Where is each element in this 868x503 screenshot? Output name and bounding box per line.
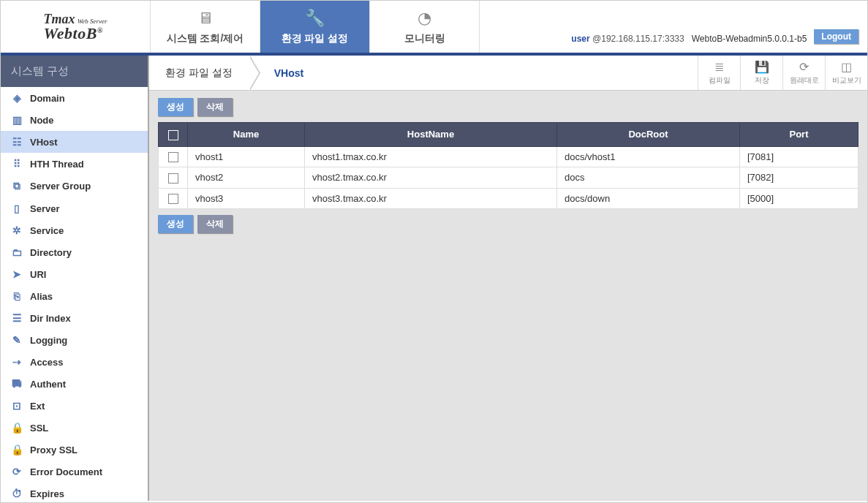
breadcrumb-bar: 환경 파일 설정 VHost ≣ 컴파일 💾 저장 ⟳ 원래대로 ◫ 비교보기 xyxy=(149,56,867,91)
sidebar-item-vhost[interactable]: ☷VHost xyxy=(1,131,148,153)
sidebar-item-server[interactable]: ▯Server xyxy=(1,197,148,219)
server-icon: ▯ xyxy=(11,203,23,214)
service-icon: ✲ xyxy=(11,224,23,236)
sidebar-item-authent[interactable]: ⛟Authent xyxy=(1,373,148,395)
pie-chart-icon: ◔ xyxy=(418,9,431,28)
col-name: Name xyxy=(188,123,305,147)
sidebar-item-label: Node xyxy=(30,115,54,126)
sidebar-item-label: Service xyxy=(30,225,64,236)
logout-button[interactable]: Logout xyxy=(814,29,858,44)
sidebar-item-domain[interactable]: ◈Domain xyxy=(1,87,148,109)
cell-name: vhost3 xyxy=(188,188,305,209)
sidebar-item-error-document[interactable]: ⟳Error Document xyxy=(1,461,148,483)
delete-button-bottom[interactable]: 삭제 xyxy=(197,215,233,233)
domain-icon: ◈ xyxy=(11,92,23,104)
sidebar-item-label: Dir Index xyxy=(30,313,71,324)
button-row-top: 생성 삭제 xyxy=(158,98,858,116)
proxy-ssl-icon: 🔒 xyxy=(11,444,23,455)
create-button-bottom[interactable]: 생성 xyxy=(158,215,193,233)
sidebar-item-node[interactable]: ▥Node xyxy=(1,109,148,131)
layers-icon: ≣ xyxy=(714,60,724,74)
sidebar-item-label: VHost xyxy=(30,137,58,148)
sidebar-item-label: SSL xyxy=(30,423,48,434)
ssl-icon: 🔒 xyxy=(11,422,23,434)
row-checkbox[interactable] xyxy=(159,146,188,167)
action-compile[interactable]: ≣ 컴파일 xyxy=(698,56,740,90)
row-checkbox[interactable] xyxy=(159,167,188,189)
header-user-area: user @192.168.115.17:3333 WebtoB-Webadmi… xyxy=(480,1,867,53)
cell-docroot: docs/down xyxy=(557,188,740,209)
col-hostname: HostName xyxy=(305,123,557,147)
sidebar-item-uri[interactable]: ➤URI xyxy=(1,263,148,285)
checkbox-icon[interactable] xyxy=(168,173,178,184)
sidebar-title: 시스템 구성 xyxy=(1,56,148,87)
sidebar-item-ext[interactable]: ⊡Ext xyxy=(1,395,148,417)
create-button-top[interactable]: 생성 xyxy=(158,98,193,116)
vhost-icon: ☷ xyxy=(11,136,23,148)
table-row[interactable]: vhost3vhost3.tmax.co.krdocs/down[5000] xyxy=(159,188,858,209)
cell-hostname: vhost3.tmax.co.kr xyxy=(305,188,557,209)
sidebar-item-label: Error Document xyxy=(30,466,102,477)
sidebar-item-label: URI xyxy=(30,269,46,280)
row-checkbox[interactable] xyxy=(159,188,188,209)
vhost-table: Name HostName DocRoot Port vhost1vhost1.… xyxy=(158,122,858,209)
access-icon: ⇢ xyxy=(11,356,23,368)
tab-system[interactable]: 🖥 시스템 조회/제어 xyxy=(151,1,260,53)
sidebar-item-label: Authent xyxy=(30,379,66,390)
action-save[interactable]: 💾 저장 xyxy=(740,56,782,90)
uri-icon: ➤ xyxy=(11,268,23,280)
sidebar-item-proxy-ssl[interactable]: 🔒Proxy SSL xyxy=(1,439,148,461)
sidebar-item-logging[interactable]: ✎Logging xyxy=(1,329,148,351)
sidebar-item-ssl[interactable]: 🔒SSL xyxy=(1,417,148,439)
tab-config[interactable]: 🔧 환경 파일 설정 xyxy=(260,1,370,53)
sidebar-item-label: Access xyxy=(30,357,64,368)
action-revert[interactable]: ⟳ 원래대로 xyxy=(782,56,825,90)
tab-monitoring[interactable]: ◔ 모니터링 xyxy=(370,1,480,53)
action-compare[interactable]: ◫ 비교보기 xyxy=(825,56,867,90)
cell-hostname: vhost2.tmax.co.kr xyxy=(305,167,557,189)
wrench-icon: 🔧 xyxy=(305,9,325,28)
sidebar-item-label: Directory xyxy=(30,247,72,258)
version-label: WebtoB-Webadmin5.0.0.1-b5 xyxy=(692,34,807,44)
save-icon: 💾 xyxy=(755,60,769,74)
sidebar-item-label: Logging xyxy=(30,335,67,346)
sidebar-item-alias[interactable]: ⎘Alias xyxy=(1,285,148,307)
sidebar-item-label: Domain xyxy=(30,93,65,104)
checkbox-icon[interactable] xyxy=(168,152,178,162)
server-address: @192.168.115.17:3333 xyxy=(592,34,684,44)
sidebar-item-label: Ext xyxy=(30,401,45,412)
logging-icon: ✎ xyxy=(11,334,23,346)
sidebar-item-directory[interactable]: 🗀Directory xyxy=(1,241,148,263)
checkbox-icon[interactable] xyxy=(168,194,178,204)
cell-port: [7081] xyxy=(740,146,858,167)
username: user xyxy=(571,34,589,44)
nav-tabs: 🖥 시스템 조회/제어 🔧 환경 파일 설정 ◔ 모니터링 xyxy=(151,1,480,53)
logo: Tmax Web Server WebtoB® xyxy=(1,1,151,53)
delete-button-top[interactable]: 삭제 xyxy=(197,98,233,116)
sidebar-item-access[interactable]: ⇢Access xyxy=(1,351,148,373)
header: Tmax Web Server WebtoB® 🖥 시스템 조회/제어 🔧 환경… xyxy=(1,1,867,56)
cell-docroot: docs/vhost1 xyxy=(557,146,740,167)
server-group-icon: ⧉ xyxy=(11,180,23,192)
content: 환경 파일 설정 VHost ≣ 컴파일 💾 저장 ⟳ 원래대로 ◫ 비교보기 xyxy=(149,56,867,501)
sidebar-item-label: HTH Thread xyxy=(30,159,84,170)
checkbox-all-icon[interactable] xyxy=(168,130,178,140)
sidebar-item-dir-index[interactable]: ☰Dir Index xyxy=(1,307,148,329)
authent-icon: ⛟ xyxy=(11,378,23,390)
col-checkbox[interactable] xyxy=(159,123,188,147)
compare-icon: ◫ xyxy=(841,60,852,74)
sidebar-item-service[interactable]: ✲Service xyxy=(1,219,148,241)
table-row[interactable]: vhost1vhost1.tmax.co.krdocs/vhost1[7081] xyxy=(159,146,858,167)
breadcrumb-parent[interactable]: 환경 파일 설정 xyxy=(149,56,249,90)
sidebar-item-label: Proxy SSL xyxy=(30,445,78,455)
cell-port: [7082] xyxy=(740,167,858,189)
sidebar-item-hth-thread[interactable]: ⠿HTH Thread xyxy=(1,153,148,175)
sidebar-item-server-group[interactable]: ⧉Server Group xyxy=(1,175,148,197)
cell-docroot: docs xyxy=(557,167,740,189)
dir-index-icon: ☰ xyxy=(11,312,23,324)
table-row[interactable]: vhost2vhost2.tmax.co.krdocs[7082] xyxy=(159,167,858,189)
node-icon: ▥ xyxy=(11,114,23,126)
sidebar-item-label: Server Group xyxy=(30,181,91,192)
cell-port: [5000] xyxy=(740,188,858,209)
sidebar-item-expires[interactable]: ⏱Expires xyxy=(1,483,148,503)
